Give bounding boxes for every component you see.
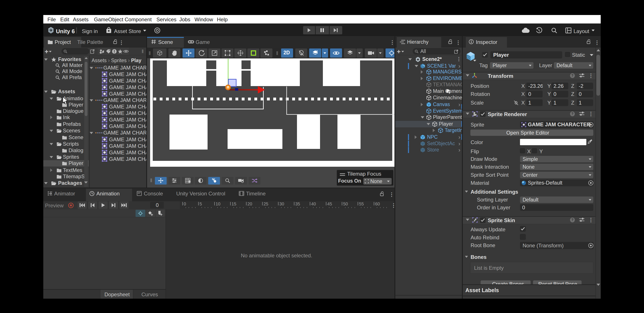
svg-text:?: ? [571, 112, 574, 116]
svg-text:?: ? [571, 218, 574, 222]
svg-text:?: ? [571, 74, 574, 77]
